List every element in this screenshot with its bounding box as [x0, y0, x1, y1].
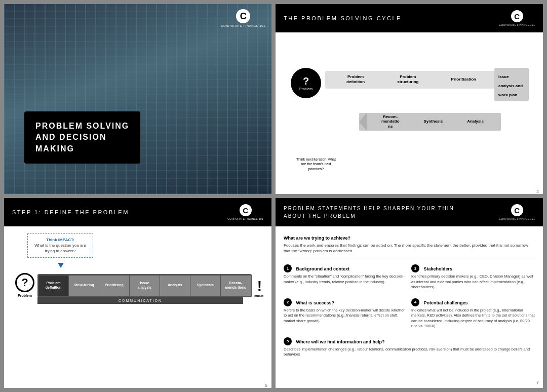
logo-text: CORPORATE FINANCE 101: [221, 24, 265, 27]
logo-circle: C: [236, 9, 250, 23]
step-block-2: Struc-turing: [69, 276, 99, 296]
step-analysis: Analysis: [467, 119, 484, 124]
section-title-3: Stakeholders: [423, 266, 452, 271]
what-achieve-body: Focuses the work and ensures that findin…: [284, 243, 535, 254]
process-wrapper: ? Problem Problemdefinition Struc-turing…: [12, 273, 263, 304]
sections-grid: 1 Background and context Comments on the…: [284, 263, 535, 361]
section-4: 4 Potential challenges Indicates what wi…: [411, 297, 535, 329]
cycle-diagram: ? Problem Problemdefinition Problemstruc…: [286, 43, 533, 187]
steps-container: Problemdefinition Struc-turing Prioritis…: [37, 274, 252, 297]
what-achieve-title: What are we trying to achieve?: [284, 236, 350, 241]
slide3-logo: C CORPORATE FINANCE 101: [227, 204, 263, 220]
section-body-5: Describes implementation challenges (e.g…: [284, 347, 535, 358]
section-title-2: What is success?: [296, 300, 334, 305]
arrow-down-icon: [58, 263, 64, 268]
logo-text: CORPORATE FINANCE 101: [227, 217, 263, 220]
step-block-1: Problemdefinition: [38, 276, 68, 296]
slide-number-2: 4: [536, 189, 539, 194]
section-3: 3 Stakeholders Identifies primary decisi…: [411, 263, 535, 290]
think-impact-box: Think IMPACT: What is the question you a…: [27, 233, 93, 258]
slide2-header: THE PROBLEM-SOLVING CYCLE C CORPORATE FI…: [276, 4, 543, 32]
slide-1: C CORPORATE FINANCE 101 PROBLEM SOLVING …: [4, 4, 271, 194]
question-mark: ?: [303, 76, 309, 86]
slide-3: STEP 1: DEFINE THE PROBLEM C CORPORATE F…: [4, 198, 271, 388]
section-title-4: Potential challenges: [423, 300, 467, 305]
slide1-background: [4, 4, 271, 194]
logo-circle: C: [511, 10, 523, 22]
slide-number-3: 5: [265, 383, 267, 388]
section-title-5: Where will we find information and help?: [296, 339, 384, 344]
slide-2: THE PROBLEM-SOLVING CYCLE C CORPORATE FI…: [276, 4, 543, 194]
problem-label: Problem: [299, 87, 312, 91]
step-block-4: Issueanalysis: [130, 276, 160, 296]
slide2-title: THE PROBLEM-SOLVING CYCLE: [284, 15, 402, 21]
logo-circle: C: [240, 204, 252, 216]
section-num-5: 5: [284, 337, 292, 345]
section-title-1: Background and context: [296, 266, 349, 271]
slide3-content: Think IMPACT: What is the question you a…: [4, 226, 271, 388]
section-num-2: 2: [284, 298, 292, 306]
section-body-3: Identifies primary decision makers (e.g.…: [411, 274, 535, 290]
issue-box: Issue analysis and work plan: [494, 68, 529, 101]
logo-text: CORPORATE FINANCE 101: [499, 23, 535, 26]
slide4-content: What are we trying to achieve? Focuses t…: [276, 226, 543, 388]
problem-circle: ? Problem: [291, 68, 321, 98]
what-achieve-section: What are we trying to achieve? Focuses t…: [284, 232, 535, 254]
step-problem-def: Problemdefinition: [346, 74, 365, 84]
step-block-5: Analysis: [160, 276, 190, 296]
section-num-4: 4: [411, 298, 419, 306]
step-block-6: Synthesis: [190, 276, 220, 296]
slide4-header: PROBLEM STATEMENTS HELP SHARPEN YOUR THI…: [276, 198, 543, 226]
logo-text: CORPORATE FINANCE 101: [499, 217, 535, 220]
step-recommendations: Recom-mendations: [381, 114, 400, 129]
section-body-2: Refers to the basis on which the key dec…: [284, 308, 407, 324]
slide-4: PROBLEM STATEMENTS HELP SHARPEN YOUR THI…: [276, 198, 543, 388]
impact-exclaim: !: [257, 279, 262, 293]
process-flow: ? Problem Problemdefinition Struc-turing…: [12, 273, 263, 297]
section-1: 1 Background and context Comments on the…: [284, 263, 407, 290]
slide4-title: PROBLEM STATEMENTS HELP SHARPEN YOUR THI…: [284, 205, 454, 220]
step-problem-struct: Problemstructuring: [397, 74, 418, 84]
section-2: 2 What is success? Refers to the basis o…: [284, 297, 407, 329]
slide3-header: STEP 1: DEFINE THE PROBLEM C CORPORATE F…: [4, 198, 271, 226]
step-block-3: Prioritising: [99, 276, 129, 296]
section-body-4: Indicates what will not be included in t…: [411, 308, 535, 329]
impact-text: Impact: [254, 294, 263, 297]
section-num-3: 3: [411, 264, 419, 272]
slide3-title: STEP 1: DEFINE THE PROBLEM: [12, 209, 129, 215]
problem-label: Problem: [18, 294, 32, 297]
logo-circle: C: [511, 204, 523, 216]
step-prioritisation: Prioritisation: [451, 77, 476, 82]
slide2-content: ? Problem Problemdefinition Problemstruc…: [276, 32, 543, 194]
divider: [284, 259, 535, 259]
slide4-logo: C CORPORATE FINANCE 101: [499, 204, 535, 220]
communication-bar: COMMUNICATION: [37, 297, 243, 304]
slide1-title-box: PROBLEM SOLVING AND DECISION MAKING: [24, 111, 140, 164]
think-impact-text: Think IMPACT: What is the question you a…: [33, 237, 88, 254]
section-5: 5 Where will we find information and hel…: [284, 336, 535, 358]
q-circle: ?: [15, 273, 34, 292]
slide2-logo: C CORPORATE FINANCE 101: [499, 10, 535, 26]
issue-text: Issue analysis and work plan: [498, 74, 523, 97]
slide1-logo: C CORPORATE FINANCE 101: [221, 9, 265, 27]
slide1-title: PROBLEM SOLVING AND DECISION MAKING: [35, 121, 129, 154]
step-synthesis: Synthesis: [423, 119, 443, 124]
think-next-text: Think next iteration: what are the team'…: [296, 157, 336, 172]
section-num-1: 1: [284, 264, 292, 272]
step-block-7: Recom-menda-tions: [221, 276, 251, 296]
top-flow: Problemdefinition Problemstructuring Pri…: [325, 69, 513, 91]
problem-question: ? Problem: [12, 273, 37, 297]
bottom-flow: Recom-mendations Synthesis Analysis: [359, 111, 501, 133]
slide-number-4: 7: [536, 380, 539, 385]
section-body-1: Comments on the "situation" and "complic…: [284, 274, 407, 285]
impact-section: ! Impact: [254, 279, 263, 297]
